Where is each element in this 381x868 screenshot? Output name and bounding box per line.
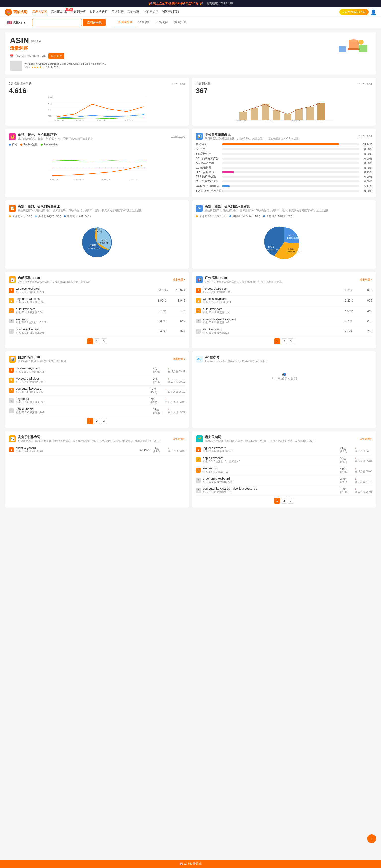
- page-btn-2[interactable]: 2: [94, 338, 100, 344]
- ad-page-3[interactable]: 3: [288, 338, 294, 344]
- nav-item-keyword[interactable]: 关键词分析: [71, 9, 86, 16]
- tab-keyword-check[interactable]: 关键词检查: [115, 19, 135, 26]
- potential-more[interactable]: 详细数量>: [360, 437, 372, 441]
- nav-item-list[interactable]: 益词列表: [112, 9, 124, 16]
- list-item: 4 ergonomic keyboard 排名:11,546 搜索量:13,64…: [196, 475, 372, 486]
- pot-rank-1: 1: [196, 447, 201, 452]
- nav-item-compare[interactable]: 亲ASIN对比 NEW: [51, 9, 67, 16]
- rank-badge-3: 3: [9, 308, 14, 313]
- asin-input[interactable]: [32, 19, 82, 26]
- price-icon: 💰: [9, 133, 16, 140]
- kw-sub-2: 排名:12,496 搜索量:8,993: [16, 301, 158, 304]
- nr-pos-val-3: 17位: [150, 387, 165, 391]
- high-price-title: 高竞价低排查词: [18, 435, 160, 439]
- product-decoration: [334, 36, 371, 62]
- nr-date-5: 在12月份 05:24: [168, 410, 185, 414]
- traffic-label-sb: SB 品牌广告: [196, 152, 221, 156]
- potential-title-block: 潜力关键词 此ASIN在关键词下的自然排名很大，即有不要靠广告推广，来抢占更高的…: [205, 435, 315, 443]
- top10-section: 📈 自然流量Top10 7天内自然流量Top100的关键词，代表给ASIN带来流…: [5, 272, 376, 348]
- kw-name-text-2: keyboard wireless: [16, 297, 158, 301]
- main-content: ASIN 流量洞察 产品A 📅 2022/11/26-2022/12/02 导出…: [0, 28, 381, 527]
- traffic-row-natural: 自然流量 85.24%: [196, 143, 372, 146]
- traffic-value: 4,616: [9, 87, 185, 95]
- pot-page-3[interactable]: 3: [288, 498, 294, 504]
- tab-ad-filter[interactable]: 广告词筛: [153, 19, 171, 26]
- impression-pie-container: 腰部词 14535(46.56%) 头部词 10077(32.17%) 长尾词 …: [196, 220, 372, 265]
- tab-traffic-check[interactable]: 流量排查: [171, 19, 189, 26]
- pot-date-1: 在12月份 03:43: [355, 450, 372, 453]
- rank-badge-1: 1: [9, 288, 14, 293]
- pot-pos-5: 42位 (P5:10): [340, 487, 355, 494]
- pot-change-5: ↓ 在12月份 05:03: [355, 487, 372, 494]
- ad-pct-3: 4.08%: [345, 309, 358, 313]
- pot-kw-name-1: logitech keyboard: [203, 446, 340, 450]
- page-btn-3[interactable]: 3: [101, 338, 107, 344]
- kw-value: 367: [196, 87, 372, 95]
- pot-kw-3: keyboards 排名:2,4 搜索量:16,710: [203, 467, 340, 473]
- traffic-label-ev: EV 编辑推荐: [196, 166, 221, 170]
- traffic-source-title: 各位置流量来占比: [205, 132, 299, 137]
- pot-kw-2: apple keyboard 排名:6,347 搜索量:15,4 搜索量:45: [203, 457, 340, 463]
- potential-title: 潜力关键词: [205, 435, 315, 439]
- nr-page-1[interactable]: 1: [87, 418, 93, 424]
- ad-top10-more-link[interactable]: 洗刷数量>: [360, 278, 372, 282]
- export-button[interactable]: 导出图片: [49, 53, 64, 59]
- traffic-pct-natural: 85.24%: [361, 143, 372, 146]
- nr-kw-name-2: keyboard wireless: [16, 377, 153, 380]
- ad-page-1[interactable]: 1: [274, 338, 280, 344]
- page-btn-1[interactable]: 1: [87, 338, 93, 344]
- high-price-list: 1 silent keyboard 排名:5,944 搜索量:3,546 13.…: [9, 445, 185, 455]
- natural-ranking-more[interactable]: 详细数量>: [172, 358, 185, 361]
- ad-kw-name-4: arteck wireless keyboard: [203, 317, 345, 321]
- ad-page-2[interactable]: 2: [281, 338, 287, 344]
- svg-text:314(85.56%): 314(85.56%): [88, 247, 100, 249]
- imp-legend-head: 头部词 10077(32.17%): [196, 214, 226, 218]
- natural-top10-more-link[interactable]: 洗刷数量>: [172, 278, 185, 282]
- svg-text:400: 400: [48, 115, 51, 117]
- date-range: 2022/11/26-2022/12/02: [15, 54, 46, 58]
- traffic-label: 7天流量综合得分: [9, 82, 32, 86]
- svg-rect-20: [251, 108, 258, 120]
- pot-kw-sub-4: 排名:11,546 搜索量:13,646: [203, 480, 340, 484]
- ad-top10-subtitle: 7天内广告流量Top100的关键词，代表给ASIN广告"推荐"来到的主要来词: [205, 280, 284, 283]
- svg-text:14535(46.56%): 14535(46.56%): [287, 237, 300, 239]
- search-button[interactable]: 查询并采集: [83, 19, 106, 26]
- nav-item-suggest[interactable]: 泡面露提词: [144, 9, 158, 16]
- user-icon[interactable]: 👤: [371, 9, 376, 15]
- count-dist-title: 头部、腰部、长尾词数量占比: [18, 205, 142, 209]
- nr-kw-name-1: wireless keyboard: [16, 367, 153, 370]
- nav-item-favorites[interactable]: 我的收藏: [127, 9, 139, 16]
- price-date: 11/26-12/02: [170, 135, 185, 138]
- svg-text:2022-12-02: 2022-12-02: [129, 179, 138, 180]
- nav-item-vip[interactable]: VIP套餐订购: [162, 9, 179, 16]
- nr-page-2[interactable]: 2: [94, 418, 100, 424]
- nav-item-asin[interactable]: 亲爱关键词: [32, 9, 47, 16]
- keyword-count-card: 关键词数量 11/26-12/02 367: [192, 78, 376, 126]
- traffic-label-cff: CFF 气候友好时代: [196, 179, 221, 183]
- nr-page-3[interactable]: 3: [101, 418, 107, 424]
- legend-review-dot: [20, 144, 22, 146]
- high-price-card: 📉 高竞价低排查词 相比其他产品，此ASIN关键词下的竞价相对较低，但相比关键词…: [5, 431, 189, 507]
- rank-badge-4: 4: [9, 318, 14, 323]
- imp-waist-dot: [229, 215, 231, 217]
- traffic-pct-sp: 0.00%: [361, 148, 372, 151]
- nav-item-flow[interactable]: 益词方法分析: [90, 9, 108, 16]
- pot-page-1[interactable]: 1: [274, 498, 280, 504]
- count-dist-icon: 📝: [9, 205, 16, 212]
- price-legend: 价格 Review数量 Review评分: [9, 143, 185, 146]
- price-title: 价格、评分、评论数据趋势: [18, 132, 93, 137]
- high-price-more[interactable]: 详细数量>: [172, 437, 185, 441]
- tab-traffic-diag[interactable]: 流量诊断: [135, 19, 153, 26]
- vip-trial-button[interactable]: 立即免费体验1万词: [339, 9, 369, 15]
- kw-pct-2: 8.02%: [158, 299, 171, 302]
- traffic-source-date: 11/26-12/02: [357, 135, 372, 138]
- logo: 🍉 西柚找词: [5, 9, 27, 16]
- count-legend: 头部词 7(1.91%) 腰部词 44(12.53%) 长尾词 314(85.5…: [9, 214, 185, 218]
- pot-rank-5: 5: [196, 488, 201, 493]
- list-item: 1 silent keyboard 排名:5,944 搜索量:3,546 13.…: [9, 445, 185, 455]
- trends-section: 💰 价格、评分、评论数据趋势 此ASIN的价格、评分、评论数趋势，用于了解ASI…: [5, 128, 376, 197]
- pot-page-2[interactable]: 2: [281, 498, 287, 504]
- list-item: 5 computer keyboard 排名:41,124 搜索量:5,096 …: [9, 326, 185, 336]
- traffic-pct-tre: 0.00%: [361, 175, 372, 178]
- country-select[interactable]: 🇺🇸 美国站 ▼: [5, 19, 28, 26]
